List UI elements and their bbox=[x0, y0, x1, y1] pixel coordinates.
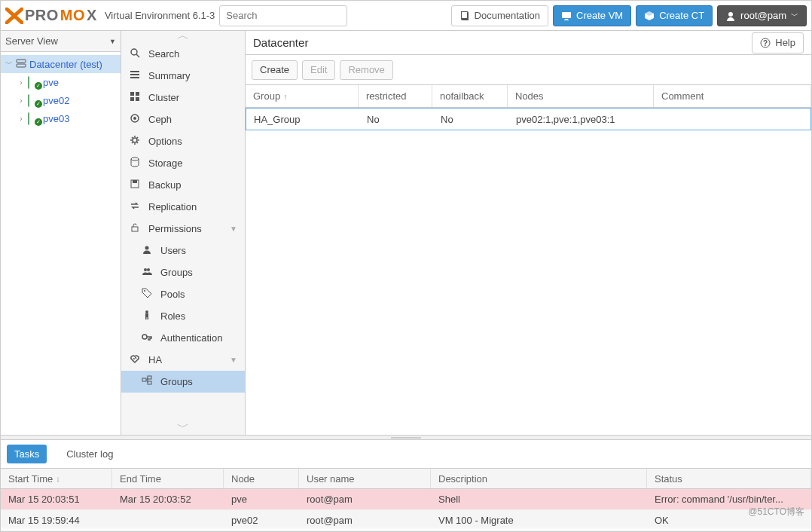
tree-node-label: pve03 bbox=[43, 113, 69, 124]
cell-nofailback: No bbox=[433, 109, 508, 130]
svg-rect-2 bbox=[564, 20, 569, 20]
chevron-down-icon: ▼ bbox=[230, 356, 237, 364]
view-select[interactable]: Server View ▼ bbox=[1, 31, 121, 52]
nav-item-label: Summary bbox=[148, 70, 191, 81]
create-vm-button[interactable]: Create VM bbox=[553, 5, 631, 26]
scroll-down[interactable]: ﹀ bbox=[121, 423, 245, 435]
nav-users[interactable]: Users bbox=[121, 240, 245, 261]
cell-status: OK bbox=[647, 515, 811, 526]
tree-datacenter[interactable]: ﹀ Datacenter (test) bbox=[1, 55, 121, 73]
svg-point-6 bbox=[131, 49, 137, 55]
nav-options[interactable]: Options bbox=[121, 130, 245, 152]
cell-nodes: pve02:1,pve:1,pve03:1 bbox=[508, 109, 655, 130]
cube-icon bbox=[644, 11, 655, 21]
edit-button[interactable]: Edit bbox=[302, 60, 335, 80]
desktop-icon bbox=[561, 11, 572, 21]
nav-item-label: Ceph bbox=[148, 114, 172, 125]
lock-icon bbox=[129, 222, 141, 235]
col-start-time[interactable]: Start Time↓ bbox=[1, 469, 112, 488]
tree-node[interactable]: › ✓ pve bbox=[1, 73, 121, 91]
help-button[interactable]: ? Help bbox=[752, 32, 804, 54]
create-ct-button[interactable]: Create CT bbox=[636, 5, 713, 26]
nav-ceph[interactable]: Ceph bbox=[121, 109, 245, 130]
col-desc[interactable]: Description bbox=[431, 469, 647, 488]
svg-point-17 bbox=[133, 138, 137, 142]
col-user[interactable]: User name bbox=[299, 469, 431, 488]
remove-button[interactable]: Remove bbox=[340, 60, 392, 80]
col-node[interactable]: Node bbox=[224, 469, 299, 488]
svg-rect-21 bbox=[132, 227, 138, 231]
svg-rect-11 bbox=[130, 92, 134, 96]
cell-start: Mar 15 20:03:51 bbox=[1, 494, 112, 505]
nav-cluster[interactable]: Cluster bbox=[121, 87, 245, 109]
cell-desc: VM 100 - Migrate bbox=[431, 515, 647, 526]
user-menu-button[interactable]: root@pam ﹀ bbox=[717, 5, 807, 26]
svg-rect-8 bbox=[130, 71, 139, 72]
male-icon bbox=[141, 310, 153, 323]
tab-tasks[interactable]: Tasks bbox=[7, 445, 47, 463]
nav-groups[interactable]: Groups bbox=[121, 371, 245, 393]
tab-cluster-log[interactable]: Cluster log bbox=[59, 445, 121, 463]
cell-node: pve02 bbox=[224, 515, 299, 526]
log-header: Start Time↓ End Time Node User name Desc… bbox=[1, 468, 811, 489]
chevron-down-icon: ﹀ bbox=[791, 11, 798, 21]
tree-node[interactable]: › ✓ pve03 bbox=[1, 109, 121, 127]
expand-icon: › bbox=[17, 96, 25, 105]
col-restricted[interactable]: restricted bbox=[359, 85, 432, 107]
cell-status: Error: command '/usr/bin/ter... bbox=[647, 494, 811, 505]
logo: PROMOX bbox=[5, 7, 97, 24]
nav-groups[interactable]: Groups bbox=[121, 261, 245, 283]
col-status[interactable]: Status bbox=[647, 469, 811, 488]
svg-rect-29 bbox=[148, 317, 149, 320]
cell-end: Mar 15 20:03:52 bbox=[112, 494, 224, 505]
tree-node[interactable]: › ✓ pve02 bbox=[1, 91, 121, 109]
nav-item-label: Groups bbox=[160, 376, 193, 387]
nav-item-label: Permissions bbox=[148, 223, 202, 234]
nav-search[interactable]: Search bbox=[121, 43, 245, 65]
sort-asc-icon: ↑ bbox=[283, 92, 288, 101]
chevron-down-icon: ▼ bbox=[109, 38, 116, 45]
nav-backup[interactable]: Backup bbox=[121, 174, 245, 196]
grid-row[interactable]: HA_Group No No pve02:1,pve:1,pve03:1 bbox=[246, 108, 811, 130]
key-icon bbox=[141, 332, 153, 344]
logo-x-icon bbox=[5, 8, 23, 24]
tree-node-label: pve02 bbox=[43, 95, 69, 106]
main-area: Server View ▼ ﹀ Datacenter (test) › ✓ pv… bbox=[1, 31, 811, 435]
nav-authentication[interactable]: Authentication bbox=[121, 327, 245, 349]
svg-rect-4 bbox=[17, 60, 26, 63]
nav-ha[interactable]: HA ▼ bbox=[121, 349, 245, 371]
svg-rect-14 bbox=[136, 97, 139, 101]
search-input[interactable] bbox=[219, 5, 347, 26]
nav-replication[interactable]: Replication bbox=[121, 196, 245, 218]
svg-point-22 bbox=[145, 246, 149, 250]
logo-text-3: X bbox=[87, 7, 97, 24]
scroll-up[interactable]: ︿ bbox=[121, 31, 245, 43]
logo-text-2: MO bbox=[60, 7, 85, 24]
log-row[interactable]: Mar 15 19:59:44 pve02 root@pam VM 100 - … bbox=[1, 510, 811, 531]
create-button[interactable]: Create bbox=[252, 60, 298, 80]
nav-permissions[interactable]: Permissions ▼ bbox=[121, 218, 245, 240]
nav-storage[interactable]: Storage bbox=[121, 152, 245, 174]
nav-roles[interactable]: Roles bbox=[121, 305, 245, 327]
svg-rect-9 bbox=[130, 74, 139, 75]
col-nofailback[interactable]: nofailback bbox=[432, 85, 508, 107]
nav-summary[interactable]: Summary bbox=[121, 65, 245, 87]
cell-comment bbox=[655, 109, 810, 130]
db-icon bbox=[129, 157, 141, 170]
col-group[interactable]: Group↑ bbox=[246, 85, 359, 107]
cell-group: HA_Group bbox=[246, 109, 359, 130]
col-comment[interactable]: Comment bbox=[654, 85, 811, 107]
env-label: Virtual Environment 6.1-3 bbox=[105, 10, 215, 21]
search-icon bbox=[129, 47, 141, 60]
col-nodes[interactable]: Nodes bbox=[508, 85, 654, 107]
log-row[interactable]: Mar 15 20:03:51 Mar 15 20:03:52 pve root… bbox=[1, 489, 811, 510]
gear-icon bbox=[129, 135, 141, 148]
node-icon: ✓ bbox=[28, 95, 40, 105]
nav-pools[interactable]: Pools bbox=[121, 283, 245, 305]
nav-item-label: Groups bbox=[160, 267, 193, 278]
svg-point-30 bbox=[142, 335, 147, 339]
content-pane: Datacenter ? Help Create Edit Remove Gro… bbox=[246, 31, 811, 435]
col-end-time[interactable]: End Time bbox=[112, 469, 224, 488]
documentation-button[interactable]: Documentation bbox=[451, 5, 548, 26]
svg-point-25 bbox=[144, 290, 145, 292]
